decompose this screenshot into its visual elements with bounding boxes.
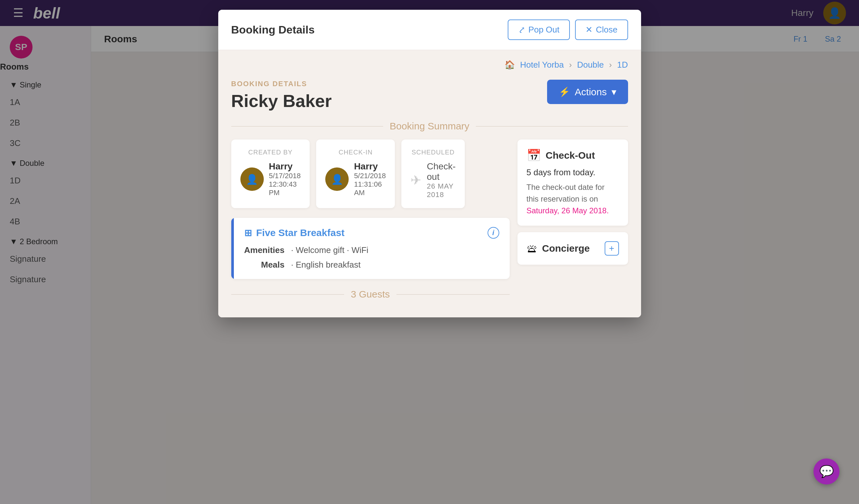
checkin-user: 👤 Harry 5/21/2018 11:31:06 AM [325,161,386,197]
breadcrumb-room[interactable]: 1D [617,60,628,70]
pop-out-label: Pop Out [529,25,559,35]
created-by-label: CREATED BY [240,149,301,156]
checkin-info: Harry 5/21/2018 11:31:06 AM [354,161,386,197]
breadcrumb-sep-2: › [609,60,612,70]
home-icon: 🏠 [504,60,515,70]
created-by-avatar: 👤 [240,167,264,191]
guest-name: Ricky Baker [231,91,332,111]
package-icon: ⊞ [244,228,252,238]
booking-details-modal: Booking Details ⤤ Pop Out ✕ Close 🏠 Hote… [218,10,641,317]
amenities-label: Amenities [244,245,285,255]
checkin-label: CHECK-IN [325,149,386,156]
created-by-time: 12:30:43 PM [269,180,301,197]
plane-icon: ✈ [410,173,422,188]
created-by-info: Harry 5/17/2018 12:30:43 PM [269,161,301,197]
breadcrumb-hotel[interactable]: Hotel Yorba [520,60,564,70]
package-details: Amenities · Welcome gift · WiFi Meals · … [244,245,499,270]
checkout-desc: The check-out date for this reservation … [527,181,619,216]
main-left: CREATED BY 👤 Harry 5/17/2018 12:30:43 PM [231,139,510,308]
package-section: ⊞ Five Star Breakfast i Amenities · Welc… [231,218,510,279]
checkout-info-card: 📅 Check-Out 5 days from today. The check… [517,139,628,226]
concierge-add-button[interactable]: + [605,241,619,256]
info-icon[interactable]: i [487,227,499,239]
package-name: Five Star Breakfast [256,227,345,238]
scheduled-content: ✈ Check-out 26 MAY 2018 [410,161,456,199]
checkin-avatar: 👤 [325,167,349,191]
meals-label: Meals [244,260,285,270]
concierge-card: 🛎 Concierge + [517,232,628,265]
concierge-icon: 🛎 [527,242,538,255]
created-by-date: 5/17/2018 [269,172,301,180]
close-label: Close [596,25,617,35]
package-content: ⊞ Five Star Breakfast i Amenities · Welc… [234,218,510,279]
created-by-card: CREATED BY 👤 Harry 5/17/2018 12:30:43 PM [231,139,310,208]
grid-spacer [471,139,510,208]
amenities-value: · Welcome gift · WiFi [291,245,499,255]
actions-dropdown-icon: ▾ [612,86,616,97]
created-by-user: 👤 Harry 5/17/2018 12:30:43 PM [240,161,301,197]
breadcrumb-room-type[interactable]: Double [577,60,604,70]
package-accent [231,218,234,279]
checkout-card-header: 📅 Check-Out [527,149,619,162]
guests-title: 3 Guests [351,289,390,300]
scheduled-date: 26 MAY 2018 [427,182,456,199]
close-icon: ✕ [586,25,593,35]
modal-overlay: Booking Details ⤤ Pop Out ✕ Close 🏠 Hote… [0,0,859,504]
modal-header-buttons: ⤤ Pop Out ✕ Close [508,19,628,40]
pop-out-button[interactable]: ⤤ Pop Out [508,19,570,40]
package-header: ⊞ Five Star Breakfast i [244,227,499,239]
booking-summary-title: Booking Summary [390,121,469,132]
booking-info: BOOKING DETAILS Ricky Baker [231,80,332,111]
meals-value: · English breakfast [291,260,499,270]
right-sidebar: 📅 Check-Out 5 days from today. The check… [517,139,628,308]
checkout-date-highlight: Saturday, 26 May 2018. [527,206,609,215]
booking-summary-divider: Booking Summary [231,121,628,132]
modal-title: Booking Details [231,24,315,36]
pop-out-icon: ⤤ [518,25,525,35]
scheduled-label: SCHEDULED [410,149,456,156]
guests-section: 3 Guests [231,289,510,300]
guests-divider: 3 Guests [231,289,510,300]
scheduled-card: SCHEDULED ✈ Check-out 26 MAY 2018 [401,139,465,208]
checkout-card-title: Check-Out [546,150,595,161]
close-button[interactable]: ✕ Close [575,19,628,40]
modal-body: 🏠 Hotel Yorba › Double › 1D BOOKING DETA… [218,50,641,317]
created-by-name: Harry [269,161,301,172]
summary-cards: CREATED BY 👤 Harry 5/17/2018 12:30:43 PM [231,139,510,208]
package-title: ⊞ Five Star Breakfast [244,227,345,238]
chat-bubble[interactable]: 💬 [813,458,840,485]
checkout-days: 5 days from today. [527,167,619,178]
actions-button[interactable]: ⚡ Actions ▾ [547,80,628,104]
lightning-icon: ⚡ [559,87,570,97]
concierge-left: 🛎 Concierge [527,242,590,255]
checkin-time: 11:31:06 AM [354,180,386,197]
booking-section-label: BOOKING DETAILS [231,80,332,88]
checkout-desc-text: The check-out date for this reservation … [527,183,605,203]
checkin-name: Harry [354,161,386,172]
content-with-sidebar: CREATED BY 👤 Harry 5/17/2018 12:30:43 PM [231,139,628,308]
calendar-icon: 📅 [527,149,541,162]
checkin-card: CHECK-IN 👤 Harry 5/21/2018 11:31:06 AM [316,139,395,208]
breadcrumb-sep-1: › [569,60,572,70]
scheduled-info: Check-out 26 MAY 2018 [427,161,456,199]
actions-label: Actions [575,87,607,97]
checkin-date: 5/21/2018 [354,172,386,180]
concierge-title: Concierge [542,243,590,254]
modal-header: Booking Details ⤤ Pop Out ✕ Close [218,10,641,50]
booking-header: BOOKING DETAILS Ricky Baker ⚡ Actions ▾ [231,80,628,111]
breadcrumb: 🏠 Hotel Yorba › Double › 1D [231,60,628,70]
scheduled-checkout-label: Check-out [427,161,456,182]
